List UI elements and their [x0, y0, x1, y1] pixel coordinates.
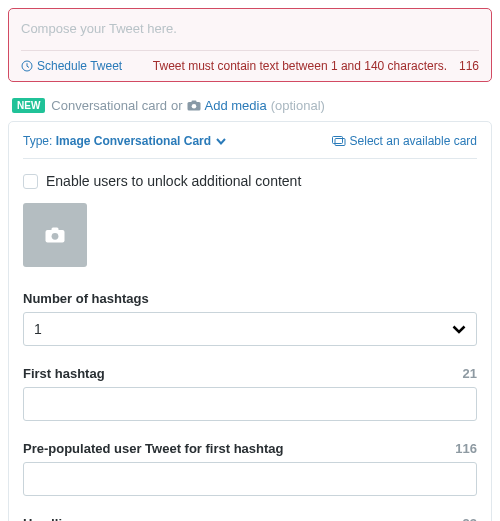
enable-unlock-row[interactable]: Enable users to unlock additional conten…: [23, 159, 477, 203]
first-hashtag-input[interactable]: [23, 387, 477, 421]
first-hashtag-label: First hashtag: [23, 366, 105, 381]
card-header-row: NEW Conversational card or Add media (op…: [0, 82, 500, 121]
first-hashtag-counter: 21: [463, 366, 477, 381]
svg-rect-5: [335, 139, 345, 146]
compose-error-text: Tweet must contain text between 1 and 14…: [153, 59, 447, 73]
svg-point-8: [52, 233, 59, 240]
pretweet-label-row: Pre-populated user Tweet for first hasht…: [23, 441, 477, 456]
pretweet-input[interactable]: [23, 462, 477, 496]
headline-label: Headline: [23, 516, 77, 521]
svg-rect-2: [191, 101, 196, 104]
compose-box: Compose your Tweet here. Schedule Tweet …: [8, 8, 492, 82]
hashtags-label-row: Number of hashtags: [23, 291, 477, 306]
compose-textarea[interactable]: Compose your Tweet here.: [21, 19, 479, 51]
enable-unlock-checkbox[interactable]: [23, 174, 38, 189]
or-text: or: [171, 98, 183, 113]
hashtags-value: 1: [34, 321, 42, 337]
enable-unlock-label: Enable users to unlock additional conten…: [46, 173, 301, 189]
image-upload-placeholder[interactable]: [23, 203, 87, 267]
card-type-row: Type: Image Conversational Card Select a…: [23, 134, 477, 159]
hashtags-dropdown[interactable]: 1: [23, 312, 477, 346]
camera-upload-icon: [45, 227, 65, 243]
compose-error-group: Tweet must contain text between 1 and 14…: [153, 59, 479, 73]
select-available-card-link[interactable]: Select an available card: [332, 134, 477, 148]
type-value: Image Conversational Card: [56, 134, 211, 148]
hashtags-label: Number of hashtags: [23, 291, 149, 306]
type-label: Type:: [23, 134, 52, 148]
chevron-down-icon: [216, 138, 226, 145]
card-body: Type: Image Conversational Card Select a…: [8, 121, 492, 521]
new-badge: NEW: [12, 98, 45, 113]
conversational-card-label: Conversational card: [51, 98, 167, 113]
card-type-selector[interactable]: Type: Image Conversational Card: [23, 134, 226, 148]
char-count: 116: [459, 59, 479, 73]
first-hashtag-label-row: First hashtag 21: [23, 366, 477, 381]
optional-text: (optional): [271, 98, 325, 113]
select-available-card-label: Select an available card: [350, 134, 477, 148]
svg-rect-4: [332, 137, 342, 144]
camera-icon: [187, 100, 201, 111]
schedule-tweet-label: Schedule Tweet: [37, 59, 122, 73]
add-media-link[interactable]: Add media: [205, 98, 267, 113]
pretweet-label: Pre-populated user Tweet for first hasht…: [23, 441, 284, 456]
headline-label-row: Headline 23: [23, 516, 477, 521]
chevron-down-icon: [452, 325, 466, 334]
headline-counter: 23: [463, 516, 477, 521]
svg-rect-7: [52, 228, 59, 232]
svg-point-3: [191, 104, 196, 109]
pretweet-counter: 116: [455, 441, 477, 456]
card-stack-icon: [332, 136, 346, 146]
clock-icon: [21, 60, 33, 72]
schedule-tweet-link[interactable]: Schedule Tweet: [21, 59, 122, 73]
compose-footer: Schedule Tweet Tweet must contain text b…: [21, 59, 479, 73]
